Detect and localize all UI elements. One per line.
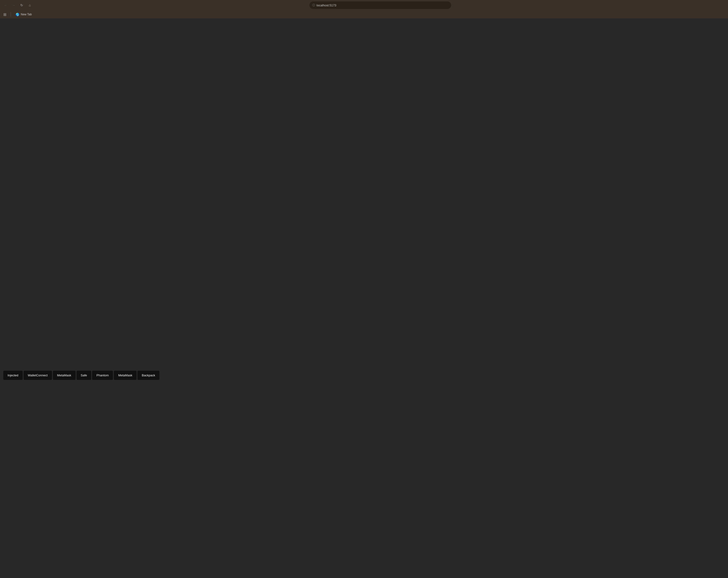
address-bar[interactable]: ⓘ localhost:5173 bbox=[309, 1, 451, 9]
wallet-btn-metamask1[interactable]: MetaMask bbox=[53, 371, 76, 380]
tab-favicon: 🌎 bbox=[16, 13, 19, 16]
nav-buttons: ← → ↻ ⌂ bbox=[2, 2, 33, 8]
wallet-btn-backpack[interactable]: Backpack bbox=[137, 371, 159, 380]
wallet-btn-phantom[interactable]: Phantom bbox=[92, 371, 113, 380]
reload-button[interactable]: ↻ bbox=[19, 2, 25, 8]
browser-toolbar: ← → ↻ ⌂ ⓘ localhost:5173 bbox=[0, 0, 728, 10]
wallet-btn-walletconnect[interactable]: WalletConnect bbox=[24, 371, 52, 380]
wallet-btn-safe[interactable]: Safe bbox=[77, 371, 92, 380]
new-tab[interactable]: 🌎 New Tab bbox=[13, 12, 34, 17]
security-icon: ⓘ bbox=[312, 3, 315, 7]
tab-label: New Tab bbox=[21, 13, 32, 16]
browser-chrome: ← → ↻ ⌂ ⓘ localhost:5173 ⊞ 🌎 New Tab bbox=[0, 0, 728, 19]
tab-divider bbox=[10, 12, 11, 17]
tab-bar: ⊞ 🌎 New Tab bbox=[0, 10, 728, 19]
wallet-bar-area: InjectedWalletConnectMetaMaskSafePhantom… bbox=[0, 368, 728, 382]
forward-button[interactable]: → bbox=[10, 2, 17, 8]
page-content: InjectedWalletConnectMetaMaskSafePhantom… bbox=[0, 19, 728, 578]
address-text: localhost:5173 bbox=[316, 3, 448, 7]
wallet-btn-metamask2[interactable]: MetaMask bbox=[114, 371, 136, 380]
home-button[interactable]: ⌂ bbox=[26, 2, 33, 8]
apps-icon[interactable]: ⊞ bbox=[2, 11, 7, 18]
wallet-btn-injected[interactable]: Injected bbox=[3, 371, 23, 380]
wallet-buttons: InjectedWalletConnectMetaMaskSafePhantom… bbox=[3, 371, 159, 380]
back-button[interactable]: ← bbox=[2, 2, 9, 8]
